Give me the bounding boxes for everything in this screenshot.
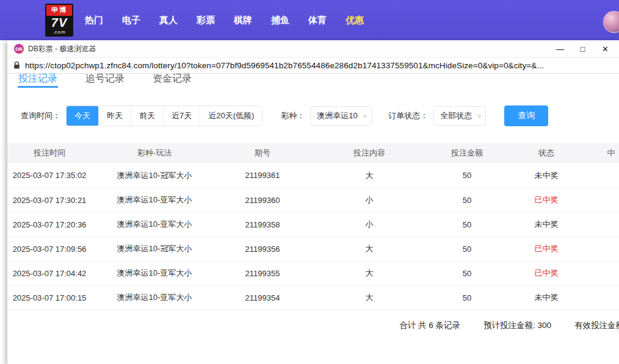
close-button[interactable]: ✕ bbox=[594, 41, 617, 57]
bet-game-cell: 澳洲幸运10-亚军大小 bbox=[92, 188, 217, 212]
bet-content-cell: 大 bbox=[308, 237, 431, 261]
bet-issue-cell: 21199356 bbox=[217, 237, 308, 261]
bet-status-cell: 未中奖 bbox=[503, 163, 590, 188]
chevron-down-icon: ∨ bbox=[363, 113, 367, 119]
app-icon: DB bbox=[14, 44, 24, 54]
bet-issue-cell: 21199361 bbox=[217, 163, 308, 188]
bet-content-cell: 大 bbox=[308, 261, 431, 285]
bet-issue-cell: 21199355 bbox=[217, 261, 308, 285]
time-option-yesterday[interactable]: 昨天 bbox=[99, 106, 131, 126]
order-status-select[interactable]: 全部状态 ∨ bbox=[433, 106, 486, 126]
bet-content-cell: 大 bbox=[308, 163, 431, 188]
time-option-today[interactable]: 今天 bbox=[67, 106, 99, 126]
bet-time-cell: 2025-03-07 17:04:42 bbox=[7, 261, 92, 285]
window-title: DB彩票 - 极速浏览器 bbox=[28, 44, 96, 54]
bet-game-cell: 澳洲幸运10-亚军大小 bbox=[92, 285, 217, 310]
nav-item-live[interactable]: 真人 bbox=[159, 15, 178, 26]
maximize-button[interactable]: □ bbox=[571, 41, 594, 57]
bet-prize-cell bbox=[590, 237, 619, 261]
search-button[interactable]: 查询 bbox=[504, 105, 548, 126]
address-bar[interactable]: https://ctop02pchwp1.zfnc84.com/lottery/… bbox=[7, 57, 619, 74]
summary-expected-amount: 预计投注金额: 300 bbox=[483, 320, 551, 331]
nav-menu: 热门 电子 真人 彩票 棋牌 捕鱼 体育 优惠 bbox=[85, 0, 364, 40]
table-row: 2025-03-07 17:20:36澳洲幸运10-亚军大小21199358小5… bbox=[7, 212, 619, 237]
bet-content-cell: 小 bbox=[308, 188, 431, 212]
bet-game-cell: 澳洲幸运10-亚军大小 bbox=[92, 261, 217, 285]
header-issue: 期号 bbox=[217, 143, 308, 163]
table-summary: 合计 共 6 条记录 预计投注金额: 300 有效投注金额 bbox=[7, 310, 619, 331]
status-filter-label: 订单状态： bbox=[388, 110, 428, 121]
bet-amount-cell: 50 bbox=[431, 212, 503, 237]
bet-amount-cell: 50 bbox=[431, 261, 503, 285]
user-avatar[interactable] bbox=[603, 11, 619, 33]
time-filter-group: 今天 昨天 前天 近7天 近20天(低频) bbox=[66, 105, 262, 126]
bet-table-body: 2025-03-07 17:35:02澳洲幸运10-冠军大小21199361大5… bbox=[7, 163, 619, 310]
bet-prize-cell bbox=[590, 261, 619, 285]
bet-prize-cell bbox=[590, 163, 619, 188]
bet-prize-cell bbox=[590, 212, 619, 237]
nav-item-boardgames[interactable]: 棋牌 bbox=[234, 15, 252, 26]
bet-time-cell: 2025-03-07 17:20:36 bbox=[7, 212, 92, 237]
minimize-button[interactable]: — bbox=[549, 41, 571, 57]
bet-time-cell: 2025-03-07 17:09:56 bbox=[7, 237, 92, 261]
table-row: 2025-03-07 17:09:56澳洲幸运10-冠军大小21199356大5… bbox=[7, 237, 619, 261]
filter-bar: 查询时间： 今天 昨天 前天 近7天 近20天(低频) 彩种： 澳洲幸运10 ∨… bbox=[21, 105, 619, 126]
time-filter-label: 查询时间： bbox=[21, 110, 60, 121]
header-prize: 中 bbox=[590, 143, 619, 163]
status-select-value: 全部状态 bbox=[440, 110, 472, 121]
header-bet-time: 投注时间 bbox=[7, 143, 92, 163]
logo-sub: .com bbox=[46, 29, 72, 35]
bet-game-cell: 澳洲幸运10-亚军大小 bbox=[92, 212, 217, 237]
logo-main: 7V bbox=[46, 16, 72, 29]
site-logo[interactable]: 申博 7V .com bbox=[45, 4, 73, 37]
nav-item-lottery[interactable]: 彩票 bbox=[197, 15, 215, 26]
header-content: 投注内容 bbox=[308, 143, 431, 163]
nav-item-promotions[interactable]: 优惠 bbox=[346, 15, 364, 26]
record-tabs: 投注记录 追号记录 资金记录 bbox=[7, 74, 619, 88]
time-option-7days[interactable]: 近7天 bbox=[164, 106, 200, 126]
time-option-20days[interactable]: 近20天(低频) bbox=[200, 106, 262, 126]
bet-status-cell: 已中奖 bbox=[503, 188, 590, 212]
bet-time-cell: 2025-03-07 17:00:15 bbox=[7, 285, 92, 310]
bet-amount-cell: 50 bbox=[431, 237, 503, 261]
time-option-daybefore[interactable]: 前天 bbox=[131, 106, 164, 126]
bet-game-cell: 澳洲幸运10-冠军大小 bbox=[92, 237, 217, 261]
bet-amount-cell: 50 bbox=[431, 188, 503, 212]
bet-status-cell: 未中奖 bbox=[503, 285, 590, 310]
nav-item-sports[interactable]: 体育 bbox=[308, 15, 327, 26]
lock-icon bbox=[13, 62, 20, 70]
bet-issue-cell: 21199360 bbox=[217, 188, 308, 212]
tab-bet-records[interactable]: 投注记录 bbox=[18, 74, 58, 88]
summary-valid-amount: 有效投注金额 bbox=[574, 320, 619, 331]
bet-content-cell: 小 bbox=[308, 212, 431, 237]
bet-records-table: 投注时间 彩种-玩法 期号 投注内容 投注金额 状态 中 2025-03-07 … bbox=[7, 143, 619, 310]
table-row: 2025-03-07 17:00:15澳洲幸运10-亚军大小21199354大5… bbox=[7, 285, 619, 310]
nav-item-hot[interactable]: 热门 bbox=[85, 15, 103, 26]
nav-item-fishing[interactable]: 捕鱼 bbox=[271, 15, 289, 26]
table-row: 2025-03-07 17:30:21澳洲幸运10-亚军大小21199360小5… bbox=[7, 188, 619, 212]
summary-total: 合计 共 6 条记录 bbox=[399, 320, 460, 331]
header-status: 状态 bbox=[503, 143, 590, 163]
bet-prize-cell bbox=[590, 285, 619, 310]
bet-content-cell: 大 bbox=[308, 285, 431, 310]
lottery-select-value: 澳洲幸运10 bbox=[317, 110, 357, 121]
bet-amount-cell: 50 bbox=[431, 163, 503, 188]
header-amount: 投注金额 bbox=[431, 143, 503, 163]
lottery-select[interactable]: 澳洲幸运10 ∨ bbox=[310, 106, 372, 126]
table-row: 2025-03-07 17:04:42澳洲幸运10-亚军大小21199355大5… bbox=[7, 261, 619, 285]
bet-status-cell: 已中奖 bbox=[503, 237, 590, 261]
window-title-bar: DB DB彩票 - 极速浏览器 — □ ✕ bbox=[7, 40, 619, 57]
bet-amount-cell: 50 bbox=[431, 285, 503, 310]
header-game: 彩种-玩法 bbox=[92, 143, 217, 163]
bet-status-cell: 已中奖 bbox=[503, 261, 590, 285]
chevron-down-icon: ∨ bbox=[477, 113, 482, 119]
top-nav: 申博 7V .com 热门 电子 真人 彩票 棋牌 捕鱼 体育 优惠 bbox=[0, 0, 619, 40]
bet-prize-cell bbox=[590, 188, 619, 212]
nav-item-electronic[interactable]: 电子 bbox=[122, 15, 140, 26]
bet-game-cell: 澳洲幸运10-冠军大小 bbox=[92, 163, 217, 188]
browser-window: DB DB彩票 - 极速浏览器 — □ ✕ https://ctop02pchw… bbox=[7, 40, 619, 364]
bet-time-cell: 2025-03-07 17:30:21 bbox=[7, 188, 92, 212]
tab-fund-records[interactable]: 资金记录 bbox=[152, 74, 192, 88]
tab-chase-records[interactable]: 追号记录 bbox=[85, 74, 125, 88]
bet-issue-cell: 21199358 bbox=[217, 212, 308, 237]
